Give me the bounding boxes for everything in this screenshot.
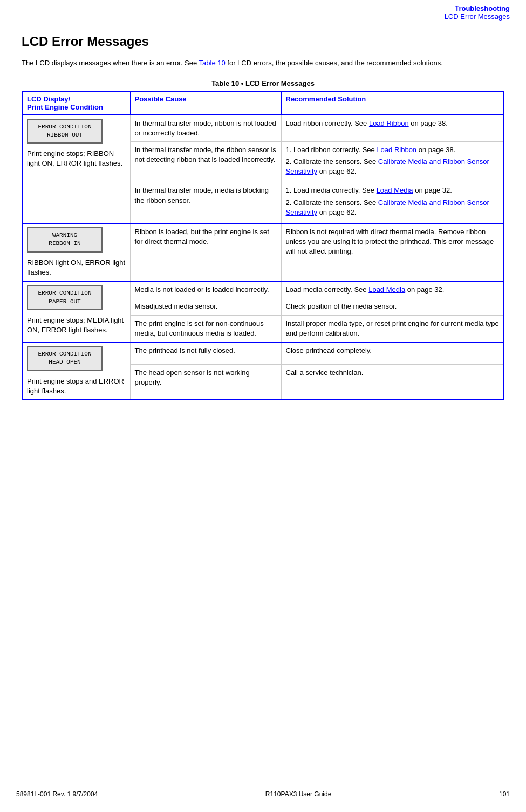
cause-cell: The head open sensor is not working prop… bbox=[130, 365, 281, 400]
col2-header: Possible Cause bbox=[130, 91, 281, 115]
table-row: ERROR CONDITION HEAD OPENPrint engine st… bbox=[22, 342, 504, 365]
solution-cell: 1. Load ribbon correctly. See Load Ribbo… bbox=[281, 141, 504, 182]
page-title: LCD Error Messages bbox=[22, 34, 504, 49]
lcd-box: ERROR CONDITION PAPER OUT bbox=[27, 285, 103, 310]
lcd-box: ERROR CONDITION HEAD OPEN bbox=[27, 346, 103, 371]
list-item: 2. Calibrate the sensors. See Calibrate … bbox=[286, 198, 500, 217]
lcd-box: ERROR CONDITION RIBBON OUT bbox=[27, 119, 103, 144]
solution-cell: Close printhead completely. bbox=[281, 342, 504, 365]
table-header-row: LCD Display/Print Engine Condition Possi… bbox=[22, 91, 504, 115]
header-title: Troubleshooting bbox=[0, 4, 510, 12]
list-item: 1. Load media correctly. See Load Media … bbox=[286, 186, 500, 195]
solution-after: on page 32. bbox=[413, 186, 452, 194]
table-row: ERROR CONDITION RIBBON OUTPrint engine s… bbox=[22, 115, 504, 142]
solution-cell: Load ribbon correctly. See Load Ribbon o… bbox=[281, 115, 504, 142]
solution-cell: Install proper media type, or reset prin… bbox=[281, 315, 504, 342]
solution-link[interactable]: Load Media bbox=[368, 285, 405, 294]
cause-cell: Media is not loaded or is loaded incorre… bbox=[130, 281, 281, 298]
solution-text: Load media correctly. See bbox=[293, 186, 377, 194]
col3-header: Recommended Solution bbox=[281, 91, 504, 115]
page-footer: 58981L-001 Rev. 1 9/7/2004 R110PAX3 User… bbox=[0, 787, 526, 801]
lcd-display-cell: ERROR CONDITION HEAD OPENPrint engine st… bbox=[22, 342, 130, 400]
solution-list: 1. Load ribbon correctly. See Load Ribbo… bbox=[286, 145, 500, 177]
cause-cell: Ribbon is loaded, but the print engine i… bbox=[130, 223, 281, 281]
solution-cell: 1. Load media correctly. See Load Media … bbox=[281, 182, 504, 223]
col1-header: LCD Display/Print Engine Condition bbox=[22, 91, 130, 115]
solution-after: on page 62. bbox=[317, 167, 356, 175]
intro-text-before: The LCD displays messages when there is … bbox=[22, 59, 199, 67]
intro-text-after: for LCD errors, the possible causes, and… bbox=[226, 59, 443, 67]
header-subtitle: LCD Error Messages bbox=[0, 12, 510, 21]
solution-link[interactable]: Load Ribbon bbox=[377, 146, 416, 154]
solution-cell: Call a service technician. bbox=[281, 365, 504, 400]
lcd-display-cell: WARNINGRIBBON INRIBBON light ON, ERROR l… bbox=[22, 223, 130, 281]
cause-cell: The print engine is set for non-continuo… bbox=[130, 315, 281, 342]
solution-cell: Load media correctly. See Load Media on … bbox=[281, 281, 504, 298]
solution-after: on page 62. bbox=[317, 208, 356, 216]
table-row: ERROR CONDITION PAPER OUTPrint engine st… bbox=[22, 281, 504, 298]
solution-text: Calibrate the sensors. See bbox=[293, 158, 378, 166]
list-item: 2. Calibrate the sensors. See Calibrate … bbox=[286, 157, 500, 176]
solution-text: Ribbon is not required with direct therm… bbox=[286, 228, 494, 255]
solution-text: Call a service technician. bbox=[286, 369, 364, 377]
lcd-description: Print engine stops and ERROR light flash… bbox=[27, 377, 126, 396]
list-number: 2. bbox=[286, 158, 293, 166]
list-number: 2. bbox=[286, 199, 293, 207]
cause-cell: Misadjusted media sensor. bbox=[130, 298, 281, 315]
cause-cell: In thermal transfer mode, the ribbon sen… bbox=[130, 141, 281, 182]
solution-text: Load media correctly. See bbox=[286, 285, 369, 294]
solution-after: on page 38. bbox=[409, 119, 448, 127]
solution-cell: Check position of the media sensor. bbox=[281, 298, 504, 315]
lcd-description: Print engine stops; RIBBON light ON, ERR… bbox=[27, 149, 126, 168]
list-item: 1. Load ribbon correctly. See Load Ribbo… bbox=[286, 145, 500, 155]
solution-list: 1. Load media correctly. See Load Media … bbox=[286, 186, 500, 217]
solution-text: Check position of the media sensor. bbox=[286, 302, 397, 310]
solution-text: Load ribbon correctly. See bbox=[286, 119, 369, 127]
lcd-display-cell: ERROR CONDITION PAPER OUTPrint engine st… bbox=[22, 281, 130, 342]
lcd-error-table: LCD Display/Print Engine Condition Possi… bbox=[22, 91, 504, 401]
lcd-description: RIBBON light ON, ERROR light flashes. bbox=[27, 258, 126, 277]
page-header: Troubleshooting LCD Error Messages bbox=[0, 0, 526, 23]
solution-text: Close printhead completely. bbox=[286, 346, 372, 354]
footer-right: 101 bbox=[499, 790, 510, 798]
table-row: WARNINGRIBBON INRIBBON light ON, ERROR l… bbox=[22, 223, 504, 281]
cause-cell: In thermal transfer mode, ribbon is not … bbox=[130, 115, 281, 142]
solution-link[interactable]: Load Media bbox=[377, 186, 413, 194]
footer-left: 58981L-001 Rev. 1 9/7/2004 bbox=[16, 790, 98, 798]
solution-cell: Ribbon is not required with direct therm… bbox=[281, 223, 504, 281]
lcd-display-cell: ERROR CONDITION RIBBON OUTPrint engine s… bbox=[22, 115, 130, 224]
intro-paragraph: The LCD displays messages when there is … bbox=[22, 58, 504, 69]
lcd-box: WARNINGRIBBON IN bbox=[27, 227, 103, 253]
table-title: Table 10 • LCD Error Messages bbox=[22, 79, 504, 87]
solution-after: on page 32. bbox=[405, 285, 444, 294]
table10-link[interactable]: Table 10 bbox=[199, 59, 226, 67]
footer-center: R110PAX3 User Guide bbox=[265, 790, 332, 798]
lcd-description: Print engine stops; MEDIA light ON, ERRO… bbox=[27, 316, 126, 335]
list-number: 1. bbox=[286, 146, 293, 154]
main-content: LCD Error Messages The LCD displays mess… bbox=[0, 23, 526, 411]
solution-text: Install proper media type, or reset prin… bbox=[286, 319, 499, 337]
solution-link[interactable]: Load Ribbon bbox=[369, 119, 409, 127]
list-number: 1. bbox=[286, 186, 293, 194]
solution-after: on page 38. bbox=[416, 146, 455, 154]
cause-cell: In thermal transfer mode, media is block… bbox=[130, 182, 281, 223]
cause-cell: The printhead is not fully closed. bbox=[130, 342, 281, 365]
solution-text: Load ribbon correctly. See bbox=[293, 146, 377, 154]
solution-text: Calibrate the sensors. See bbox=[293, 199, 378, 207]
